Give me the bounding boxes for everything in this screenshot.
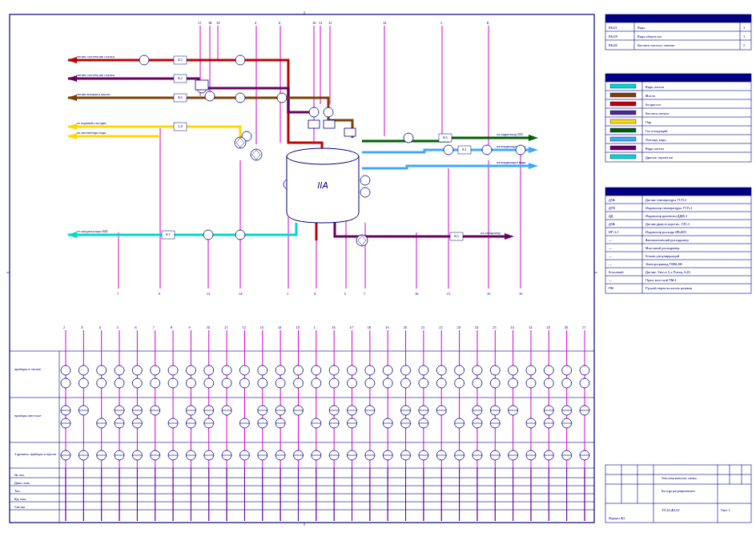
- svg-text:РМ: РМ: [609, 286, 613, 290]
- svg-text:Вода чистая: Вода чистая: [645, 147, 664, 151]
- svg-text:Лист 1: Лист 1: [721, 508, 731, 512]
- svg-point-355: [455, 378, 464, 388]
- svg-point-185: [151, 365, 160, 375]
- svg-point-314: [383, 365, 392, 375]
- svg-text:Формат А1: Формат А1: [609, 516, 625, 520]
- svg-text:приборы местные: приборы местные: [14, 414, 42, 418]
- svg-point-74: [139, 55, 149, 65]
- svg-rect-86: [344, 128, 356, 136]
- svg-text:7: 7: [364, 292, 366, 296]
- svg-text:4: 4: [99, 325, 102, 329]
- svg-text:11: 11: [319, 21, 323, 25]
- svg-text:17: 17: [350, 325, 354, 329]
- svg-text:Индикатор расхода ИВ-600: Индикатор расхода ИВ-600: [645, 230, 687, 234]
- svg-point-100: [287, 148, 359, 164]
- svg-marker-47: [67, 133, 77, 139]
- legend-table-2: Обозн. Наименование Вода чистаяМаслоКонд…: [605, 74, 751, 162]
- svg-text:20: 20: [404, 325, 408, 329]
- svg-text:охлаждающая вода: охлаждающая вода: [497, 160, 526, 164]
- svg-point-83: [324, 107, 333, 117]
- svg-text:Контур регулирования: Контур регулирования: [662, 489, 695, 493]
- svg-text:приборы в потоке: приборы в потоке: [14, 367, 42, 371]
- svg-point-346: [436, 378, 446, 388]
- svg-text:ДУА: ДУА: [609, 222, 615, 226]
- svg-text:Наименование: Наименование: [678, 75, 707, 80]
- svg-point-226: [222, 378, 231, 388]
- svg-text:26: 26: [565, 325, 569, 329]
- svg-text:8,1: 8,1: [462, 147, 467, 151]
- svg-rect-84: [308, 120, 320, 128]
- svg-text:4: 4: [255, 21, 257, 25]
- svg-text:13: 13: [546, 325, 550, 329]
- svg-point-305: [365, 365, 375, 375]
- svg-text:9: 9: [188, 325, 191, 329]
- svg-point-87: [404, 133, 413, 143]
- svg-text:1: 1: [287, 292, 289, 296]
- svg-point-284: [329, 378, 339, 388]
- svg-text:Индикатор температуры ТСП-1: Индикатор температуры ТСП-1: [645, 206, 693, 210]
- svg-rect-472: [610, 128, 636, 132]
- svg-point-283: [329, 365, 339, 375]
- svg-text:ВК-06: ВК-06: [609, 43, 618, 47]
- svg-point-306: [365, 378, 375, 388]
- svg-rect-81: [195, 80, 208, 90]
- svg-point-266: [293, 378, 303, 388]
- svg-text:3: 3: [314, 292, 316, 296]
- svg-text:Технологическая схема: Технологическая схема: [662, 476, 698, 480]
- svg-point-265: [293, 365, 303, 375]
- svg-text:11: 11: [207, 292, 211, 296]
- svg-text:Дренаж отработки: Дренаж отработки: [645, 155, 673, 159]
- svg-rect-466: [610, 111, 636, 115]
- svg-point-186: [151, 378, 160, 388]
- svg-text:—: —: [609, 246, 612, 250]
- svg-text:Обозн.: Обозн.: [610, 16, 624, 21]
- vessel: IIA: [287, 148, 359, 223]
- svg-text:2: 2: [743, 43, 746, 47]
- svg-text:ИР-1,2: ИР-1,2: [609, 230, 619, 234]
- svg-text:12: 12: [328, 21, 332, 25]
- svg-point-96: [360, 176, 370, 185]
- svg-text:3: 3: [81, 325, 83, 329]
- svg-text:11: 11: [224, 325, 228, 329]
- svg-point-374: [490, 365, 500, 375]
- process-diagram: 171819 4610 1112 1428: [67, 21, 538, 296]
- svg-point-174: [132, 365, 142, 375]
- svg-point-295: [348, 378, 357, 388]
- svg-text:Газ отходящий: Газ отходящий: [645, 129, 667, 133]
- svg-text:21: 21: [447, 292, 451, 296]
- svg-point-334: [419, 365, 428, 375]
- svg-text:1: 1: [743, 34, 746, 38]
- svg-point-194: [168, 365, 178, 375]
- svg-text:Обозн.: Обозн.: [610, 189, 624, 194]
- svg-text:Индикатор давления ДДМ-1: Индикатор давления ДДМ-1: [645, 214, 688, 218]
- svg-point-324: [401, 378, 411, 388]
- svg-text:линия нагнетания насоса: линия нагнетания насоса: [77, 73, 115, 77]
- svg-text:Ед. изм.: Ед. изм.: [14, 497, 26, 501]
- svg-point-235: [239, 378, 249, 388]
- svg-point-99: [235, 230, 245, 240]
- svg-rect-457: [610, 84, 636, 88]
- svg-text:8: 8: [171, 325, 173, 329]
- svg-point-195: [168, 378, 178, 388]
- svg-text:9: 9: [159, 292, 161, 296]
- svg-text:Датчик уровня акустич. УЗУ-1: Датчик уровня акустич. УЗУ-1: [645, 222, 690, 226]
- svg-point-363: [472, 365, 482, 375]
- frame-ticks: [6, 11, 597, 526]
- svg-point-243: [258, 365, 267, 375]
- svg-point-395: [526, 378, 536, 388]
- svg-point-98: [203, 230, 213, 240]
- svg-point-225: [222, 365, 231, 375]
- svg-text:Клапан регулирующий: Клапан регулирующий: [645, 254, 679, 258]
- svg-text:от паровой станции: от паровой станции: [77, 121, 107, 125]
- svg-text:8,5: 8,5: [454, 234, 459, 238]
- svg-point-164: [115, 378, 124, 388]
- svg-point-214: [204, 365, 214, 375]
- svg-text:на водоотвод 200: на водоотвод 200: [497, 132, 523, 136]
- svg-text:7: 7: [153, 325, 155, 329]
- svg-text:1,3: 1,3: [178, 124, 183, 128]
- svg-text:18: 18: [208, 21, 212, 25]
- svg-text:10: 10: [207, 325, 211, 329]
- svg-text:линия возврата масла: линия возврата масла: [77, 92, 111, 96]
- svg-text:IIA: IIA: [317, 180, 328, 190]
- svg-text:19: 19: [385, 325, 389, 329]
